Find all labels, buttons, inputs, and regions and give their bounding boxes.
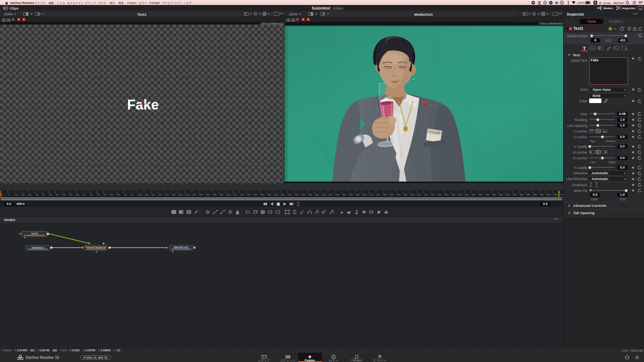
svg-text:PlanarTracker1: PlanarTracker1 — [86, 246, 105, 249]
svg-text:MediaIn1: MediaIn1 — [32, 246, 44, 249]
svg-text:MediaOut1: MediaOut1 — [174, 246, 189, 249]
svg-text:T: T — [188, 210, 190, 214]
svg-text:Text1: Text1 — [31, 232, 38, 235]
